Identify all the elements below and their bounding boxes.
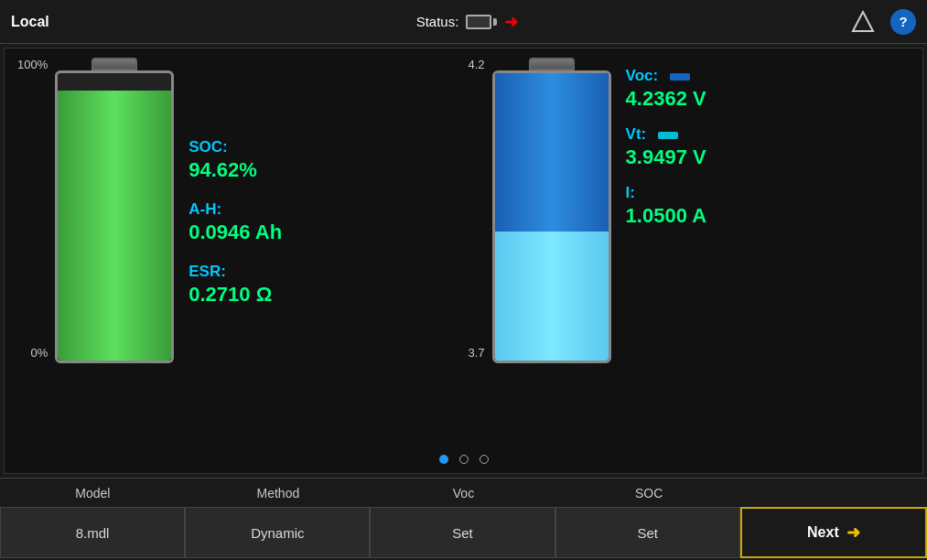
ah-reading: A-H: 0.0946 Ah xyxy=(189,200,282,244)
status-area: Status: ➜ xyxy=(84,12,850,32)
battery-body-small xyxy=(466,15,491,29)
dot-2[interactable] xyxy=(459,455,469,464)
scale-top-left: 100% xyxy=(17,58,48,71)
left-battery-readings: SOC: 94.62% A-H: 0.0946 Ah ESR: 0.2710 Ω xyxy=(189,120,282,307)
soc-value: 94.62% xyxy=(189,158,282,182)
status-arrow-icon: ➜ xyxy=(504,12,518,32)
status-label: Status: xyxy=(416,14,459,29)
right-battery-scale: 4.2 3.7 xyxy=(469,58,489,360)
battery-nub-small xyxy=(493,18,497,26)
vt-label: Vt: xyxy=(626,125,706,144)
scale-bottom-left: 0% xyxy=(17,346,48,360)
status-battery-icon xyxy=(466,15,497,29)
right-battery-container: 4.2 3.7 xyxy=(469,58,611,369)
ah-label: A-H: xyxy=(189,200,282,219)
i-value: 1.0500 A xyxy=(626,204,706,228)
esr-label: ESR: xyxy=(189,263,282,281)
voc-set-button[interactable]: Set xyxy=(370,507,555,558)
left-battery-scale: 100% 0% xyxy=(17,58,51,360)
bottom-bar: Model Method Voc SOC 8.mdl Dynamic Set S… xyxy=(0,478,927,558)
esr-value: 0.2710 Ω xyxy=(189,283,282,307)
vt-reading: Vt: 3.9497 V xyxy=(626,125,706,169)
main-content: 100% 0% SOC: 94.62% A-H: 0.0946 Ah ESR: xyxy=(4,48,923,474)
i-label: I: xyxy=(626,184,706,202)
voc-value: 4.2362 V xyxy=(626,87,706,111)
help-button[interactable]: ? xyxy=(890,9,916,35)
right-battery-body xyxy=(492,70,611,363)
label-model: Model xyxy=(0,482,186,504)
scale-bottom-right: 3.7 xyxy=(469,346,485,360)
dot-3[interactable] xyxy=(480,455,489,464)
local-label: Local xyxy=(11,14,84,30)
esr-reading: ESR: 0.2710 Ω xyxy=(189,263,282,307)
right-battery-fill-light xyxy=(495,232,609,361)
right-battery-section: 4.2 3.7 Voc: 4.2362 V xyxy=(469,58,911,369)
voc-reading: Voc: 4.2362 V xyxy=(626,67,706,111)
vt-indicator xyxy=(658,132,678,139)
left-battery-wrap xyxy=(55,58,174,369)
bottom-buttons-row[interactable]: 8.mdl Dynamic Set Set Next ➜ xyxy=(0,507,927,558)
header-icons: ? xyxy=(850,9,916,35)
label-soc: SOC xyxy=(556,482,742,504)
dots-row xyxy=(439,455,489,464)
dot-1[interactable] xyxy=(439,455,448,464)
bottom-labels-row: Model Method Voc SOC xyxy=(0,478,927,507)
left-battery-section: 100% 0% SOC: 94.62% A-H: 0.0946 Ah ESR: xyxy=(17,58,459,369)
method-button[interactable]: Dynamic xyxy=(185,507,370,558)
soc-reading: SOC: 94.62% xyxy=(189,138,282,182)
voc-indicator xyxy=(670,73,690,81)
left-battery-body xyxy=(55,70,174,363)
next-label: Next xyxy=(807,524,839,541)
svg-marker-0 xyxy=(853,12,873,31)
i-reading: I: 1.0500 A xyxy=(626,184,706,228)
alert-triangle-icon[interactable] xyxy=(850,9,876,35)
soc-set-button[interactable]: Set xyxy=(555,507,740,558)
left-battery-cap xyxy=(92,58,137,70)
model-button[interactable]: 8.mdl xyxy=(0,507,185,558)
voc-label: Voc: xyxy=(626,67,706,85)
label-method: Method xyxy=(186,482,372,504)
ah-value: 0.0946 Ah xyxy=(189,221,282,244)
next-arrow-icon: ➜ xyxy=(846,522,860,543)
right-battery-cap xyxy=(529,58,575,70)
label-next-placeholder xyxy=(741,490,927,497)
header-bar: Local Status: ➜ ? xyxy=(0,0,927,44)
left-battery-container: 100% 0% xyxy=(17,58,174,369)
soc-label: SOC: xyxy=(189,138,282,156)
left-battery-fill xyxy=(58,91,171,361)
label-voc: Voc xyxy=(371,482,556,504)
right-battery-readings: Voc: 4.2362 V Vt: 3.9497 V I: 1.0500 A xyxy=(626,58,706,228)
scale-top-right: 4.2 xyxy=(469,58,485,71)
vt-value: 3.9497 V xyxy=(626,145,706,169)
next-button[interactable]: Next ➜ xyxy=(740,507,927,558)
right-battery-wrap xyxy=(492,58,611,369)
